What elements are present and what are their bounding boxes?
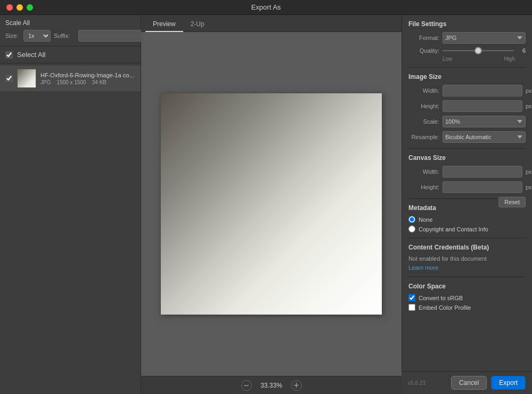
- quality-low-label: Low: [443, 56, 452, 62]
- divider-2: [408, 148, 526, 149]
- file-thumbnail: [17, 69, 36, 88]
- format-select[interactable]: JPG PNG GIF SVG WebP: [443, 32, 526, 44]
- main-container: Scale All Size: 1x 0.5x 1.5x 2x Suffix: …: [0, 15, 532, 394]
- convert-srgb-checkbox[interactable]: [408, 294, 415, 301]
- scale-section: Scale All Size: 1x 0.5x 1.5x 2x Suffix: …: [0, 15, 141, 46]
- cancel-button[interactable]: Cancel: [451, 376, 487, 390]
- image-width-unit: px: [526, 87, 532, 94]
- preview-image: [161, 93, 382, 315]
- content-credentials-section: Content Credentials (Beta) Not enabled f…: [408, 244, 526, 271]
- content-credentials-desc: Not enabled for this document: [408, 255, 526, 262]
- format-label: Format:: [408, 35, 439, 41]
- file-item-checkbox[interactable]: [5, 75, 13, 82]
- canvas-width-label: Width:: [408, 168, 439, 175]
- preview-area: [141, 32, 402, 376]
- center-panel: Preview 2-Up − 33.33% +: [141, 15, 402, 394]
- color-space-title: Color Space: [408, 283, 526, 290]
- metadata-none-row: None: [408, 216, 526, 223]
- resample-select[interactable]: Bicubic Automatic Nearest Neighbor Bilin…: [443, 131, 526, 143]
- learn-more-link[interactable]: Learn more: [408, 264, 438, 271]
- preview-tabs: Preview 2-Up: [141, 15, 402, 32]
- canvas-height-input[interactable]: 1500: [443, 181, 522, 193]
- zoom-in-button[interactable]: +: [291, 380, 302, 391]
- resample-row: Resample: Bicubic Automatic Nearest Neig…: [408, 131, 526, 143]
- metadata-none-label[interactable]: None: [419, 216, 432, 223]
- canvas-height-row: Height: 1500 px: [408, 181, 526, 193]
- tab-preview[interactable]: Preview: [145, 17, 183, 32]
- canvas-size-title: Canvas Size: [408, 154, 526, 162]
- footer: v5.8.23 Cancel Export: [402, 371, 532, 394]
- zoom-out-button[interactable]: −: [241, 380, 252, 391]
- quality-row: Quality: 6: [408, 47, 526, 54]
- metadata-copyright-label[interactable]: Copyright and Contact Info: [419, 226, 488, 232]
- image-size-title: Image Size: [408, 73, 526, 81]
- quality-range-labels: Low High: [408, 56, 526, 62]
- convert-srgb-row: Convert to sRGB: [408, 294, 526, 301]
- image-width-input[interactable]: 1500: [443, 85, 522, 97]
- image-scale-label: Scale:: [408, 118, 439, 125]
- metadata-none-radio[interactable]: [408, 216, 415, 223]
- left-panel: Scale All Size: 1x 0.5x 1.5x 2x Suffix: …: [0, 15, 141, 394]
- suffix-label: Suffix:: [54, 33, 75, 39]
- image-height-row: Height: 1500 px: [408, 100, 526, 112]
- tab-2up[interactable]: 2-Up: [183, 17, 212, 32]
- select-all-label[interactable]: Select All: [17, 51, 45, 59]
- canvas-width-row: Width: 1500 px: [408, 166, 526, 178]
- file-info: HF-Oxford-6-Rowing-Image-1a co... JPG 15…: [40, 72, 135, 85]
- file-name: HF-Oxford-6-Rowing-Image-1a co...: [40, 72, 135, 78]
- image-width-label: Width:: [408, 87, 439, 94]
- divider-4: [408, 238, 526, 238]
- file-meta: JPG 1500 x 1500 34 KB: [40, 79, 135, 85]
- canvas-height-unit: px: [526, 184, 532, 190]
- image-scale-row: Scale: 100% 25% 50% 75% 150% 200%: [408, 116, 526, 127]
- zoom-bar: − 33.33% +: [141, 376, 402, 394]
- quality-value: 6: [517, 47, 526, 54]
- metadata-copyright-row: Copyright and Contact Info: [408, 226, 526, 232]
- quality-slider-wrap: [443, 50, 514, 51]
- embed-color-row: Embed Color Profile: [408, 304, 526, 311]
- content-credentials-title: Content Credentials (Beta): [408, 244, 526, 251]
- file-format: JPG: [40, 79, 51, 85]
- canvas-width-input[interactable]: 1500: [443, 166, 522, 178]
- resample-label: Resample:: [408, 134, 439, 140]
- file-settings-title: File Settings: [408, 20, 526, 28]
- zoom-percent: 33.33%: [258, 382, 285, 389]
- maximize-button[interactable]: [27, 4, 33, 11]
- select-all-row: Select All: [0, 46, 141, 63]
- scale-select[interactable]: 1x 0.5x 1.5x 2x: [23, 30, 51, 42]
- metadata-copyright-radio[interactable]: [408, 226, 415, 232]
- embed-color-checkbox[interactable]: [408, 304, 415, 311]
- scale-title: Scale All: [5, 19, 135, 27]
- image-scale-select[interactable]: 100% 25% 50% 75% 150% 200%: [443, 116, 526, 127]
- scale-row: Size: 1x 0.5x 1.5x 2x Suffix: 🗑 +: [5, 30, 135, 42]
- quality-slider[interactable]: [443, 50, 514, 51]
- file-dimensions: 1500 x 1500: [57, 79, 86, 85]
- image-height-label: Height:: [408, 103, 439, 109]
- file-size: 34 KB: [92, 79, 107, 85]
- size-label: Size:: [5, 33, 20, 39]
- version-label: v5.8.23: [408, 380, 425, 386]
- list-item[interactable]: HF-Oxford-6-Rowing-Image-1a co... JPG 15…: [0, 66, 141, 91]
- embed-color-label[interactable]: Embed Color Profile: [419, 304, 471, 311]
- right-panel: File Settings Format: JPG PNG GIF SVG We…: [402, 15, 532, 394]
- minimize-button[interactable]: [17, 4, 23, 11]
- quality-label: Quality:: [408, 47, 439, 54]
- image-width-row: Width: 1500 px: [408, 85, 526, 97]
- titlebar: Export As: [0, 0, 532, 15]
- image-height-unit: px: [526, 103, 532, 109]
- image-height-input[interactable]: 1500: [443, 100, 522, 112]
- divider-5: [408, 277, 526, 277]
- footer-buttons: Cancel Export: [451, 376, 526, 390]
- window-title: Export As: [251, 3, 281, 11]
- reset-button[interactable]: Reset: [498, 197, 526, 207]
- file-list: HF-Oxford-6-Rowing-Image-1a co... JPG 15…: [0, 63, 141, 394]
- convert-srgb-label[interactable]: Convert to sRGB: [419, 295, 463, 301]
- close-button[interactable]: [6, 4, 13, 11]
- export-button[interactable]: Export: [491, 376, 526, 390]
- format-row: Format: JPG PNG GIF SVG WebP: [408, 32, 526, 44]
- canvas-height-label: Height:: [408, 184, 439, 190]
- canvas-width-unit: px: [526, 168, 532, 175]
- select-all-checkbox[interactable]: [5, 51, 13, 59]
- quality-high-label: High: [504, 56, 515, 62]
- divider-1: [408, 67, 526, 68]
